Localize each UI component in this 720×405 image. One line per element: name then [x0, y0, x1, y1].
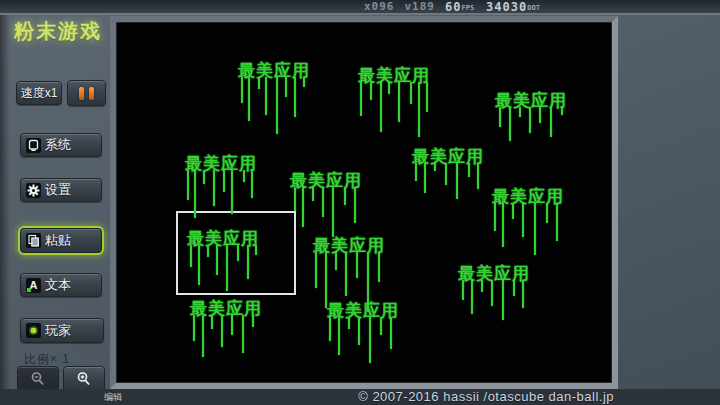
- powder-drip: [242, 315, 244, 353]
- fps-unit: FPS: [461, 4, 474, 13]
- dot-value: 34030: [486, 0, 527, 14]
- powder-drip: [345, 252, 347, 296]
- powder-drip: [211, 315, 213, 329]
- powder-drip: [231, 170, 233, 214]
- powder-drip: [550, 107, 552, 137]
- powder-drip: [522, 280, 524, 308]
- sidebar-item-label: 玩家: [45, 322, 71, 340]
- powder-drip: [302, 187, 304, 227]
- powder-drip: [198, 245, 200, 285]
- powder-drip: [477, 163, 479, 189]
- powder-drip: [561, 107, 563, 115]
- sidebar-item-player[interactable]: 玩家: [20, 318, 104, 343]
- powder-drip: [509, 107, 511, 141]
- powder-drip: [360, 82, 362, 116]
- powder-drip: [529, 107, 531, 133]
- powder-drip: [294, 77, 296, 117]
- powder-drip: [369, 317, 371, 363]
- sidebar-item-paste[interactable]: 粘贴: [20, 228, 102, 253]
- gear-icon: [26, 183, 41, 198]
- powder-drip: [502, 203, 504, 247]
- monitor-icon: [26, 138, 41, 153]
- powder-text-stamp: 最美应用: [290, 171, 362, 189]
- fps-value: 60: [445, 0, 461, 14]
- powder-drip: [241, 77, 243, 103]
- powder-drip: [243, 170, 245, 182]
- left-edge-shadow: [0, 0, 10, 405]
- powder-drip: [252, 315, 254, 327]
- powder-drip: [522, 203, 524, 237]
- powder-drip: [380, 82, 382, 132]
- powder-drip: [315, 252, 317, 288]
- powder-stage[interactable]: 最美应用最美应用最美应用最美应用最美应用最美应用最美应用最美应用最美应用最美应用…: [116, 22, 612, 383]
- page-title: 粉末游戏: [14, 18, 102, 45]
- powder-drip: [358, 317, 360, 345]
- powder-drip: [322, 187, 324, 217]
- powder-drip: [378, 252, 380, 282]
- powder-drip: [231, 315, 233, 335]
- powder-drip: [203, 170, 205, 184]
- powder-drip: [556, 203, 558, 241]
- powder-drip: [248, 77, 250, 121]
- powder-drip: [410, 82, 412, 104]
- powder-drip: [303, 77, 305, 87]
- powder-drip: [398, 82, 400, 122]
- powder-drip: [193, 315, 195, 341]
- powder-drip: [418, 82, 420, 137]
- speed-button[interactable]: 速度x1: [16, 81, 62, 105]
- sidebar-item-system[interactable]: 系统: [20, 133, 102, 157]
- powder-drip: [513, 280, 515, 296]
- dot-unit: DOT: [527, 4, 540, 13]
- sidebar-item-label: 系统: [45, 136, 71, 154]
- powder-drip: [194, 170, 196, 218]
- powder-drip: [471, 280, 473, 314]
- powder-text-stamp: 最美应用: [458, 264, 530, 282]
- powder-drip: [390, 317, 392, 349]
- powder-drip: [415, 163, 417, 181]
- powder-drip: [356, 252, 358, 278]
- powder-drip: [332, 187, 334, 237]
- pause-button[interactable]: [67, 80, 106, 106]
- powder-drip: [468, 163, 470, 177]
- powder-drip: [344, 187, 346, 205]
- speed-button-label: 速度x1: [21, 85, 58, 102]
- cursor-y-readout: v189: [405, 0, 436, 13]
- powder-drip: [251, 170, 253, 198]
- pause-icon: [89, 87, 94, 100]
- powder-drip: [190, 245, 192, 267]
- powder-drip: [285, 77, 287, 97]
- powder-drip: [213, 170, 215, 206]
- powder-drip: [512, 203, 514, 219]
- pause-icon: [79, 87, 84, 100]
- paste-selection-rect[interactable]: [176, 211, 296, 295]
- powder-text-stamp: 最美应用: [495, 91, 567, 109]
- powder-drip: [202, 315, 204, 357]
- cursor-x-readout: x096: [364, 0, 395, 13]
- edit-label: 编辑: [104, 391, 122, 404]
- powder-drip: [481, 280, 483, 292]
- powder-drip: [539, 107, 541, 123]
- player-dot-icon: [26, 323, 41, 338]
- powder-drip: [462, 280, 464, 300]
- powder-drip: [237, 245, 239, 261]
- powder-drip: [434, 163, 436, 171]
- magnifier-plus-icon: [76, 371, 92, 387]
- copy-pages-icon: [26, 233, 41, 248]
- powder-drip: [534, 203, 536, 255]
- sidebar-item-settings[interactable]: 设置: [20, 178, 102, 202]
- sidebar-item-label: 文本: [45, 276, 71, 294]
- game-canvas[interactable]: 最美应用最美应用最美应用最美应用最美应用最美应用最美应用最美应用最美应用最美应用…: [110, 16, 618, 389]
- powder-drip: [335, 252, 337, 270]
- powder-drip: [223, 170, 225, 192]
- powder-drip: [354, 187, 356, 223]
- sidebar-item-text[interactable]: A 文本: [20, 273, 102, 297]
- powder-drip: [187, 170, 189, 200]
- powder-drip: [546, 203, 548, 223]
- powder-drip: [276, 77, 278, 134]
- powder-drip: [519, 107, 521, 117]
- powder-drip: [265, 77, 267, 115]
- powder-drip: [294, 187, 296, 211]
- powder-drip: [491, 280, 493, 306]
- sidebar-item-label: 设置: [45, 181, 71, 199]
- powder-drip: [207, 245, 209, 257]
